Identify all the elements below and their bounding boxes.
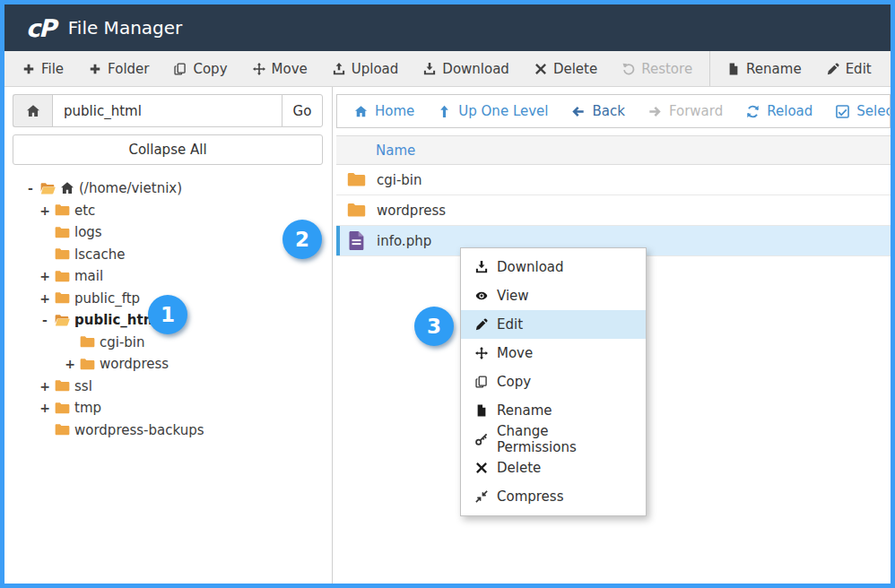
folder-icon [347, 201, 366, 220]
tree-item-label: lscache [74, 246, 125, 263]
toolbar-button-rename[interactable]: Rename [715, 51, 814, 86]
nav-button-label: Home [375, 103, 414, 119]
tree-item-label: wordpress-backups [74, 422, 204, 438]
context-menu-item-move[interactable]: Move [461, 339, 646, 368]
tree-expander[interactable]: + [39, 203, 50, 218]
toolbar: File Folder Copy Move Upload Download De… [4, 51, 891, 87]
tree-item-mail[interactable]: + mail [13, 265, 323, 288]
go-button[interactable]: Go [282, 94, 323, 127]
folder-icon [55, 203, 70, 218]
toolbar-button-delete[interactable]: Delete [522, 51, 610, 86]
plus-icon [89, 63, 101, 75]
pencil-icon [475, 318, 488, 331]
folder-open-icon [40, 181, 56, 196]
context-menu-item-label: Change Permissions [497, 423, 631, 455]
toolbar-button-restore[interactable]: Restore [610, 51, 705, 86]
tree-item-label: mail [74, 268, 103, 284]
download-icon [423, 63, 436, 75]
context-menu-item-view[interactable]: View [461, 281, 646, 310]
toolbar-button-label: Copy [193, 61, 227, 77]
folder-icon [55, 269, 70, 284]
toolbar-button-edit[interactable]: Edit [814, 51, 884, 86]
context-menu-item-copy[interactable]: Copy [461, 368, 646, 396]
file-rows: cgi-bin wordpress info.php [336, 165, 891, 256]
nav-button-reload[interactable]: Reload [734, 103, 824, 119]
context-menu-item-label: View [497, 288, 529, 304]
context-menu-item-edit[interactable]: Edit [461, 310, 646, 339]
toolbar-button-ht[interactable]: HT [884, 51, 891, 86]
file-row-cgi-bin[interactable]: cgi-bin [336, 165, 891, 195]
nav-button-home[interactable]: Home [343, 103, 426, 119]
collapse-all-button[interactable]: Collapse All [13, 134, 323, 165]
x-icon [475, 462, 488, 474]
toolbar-button-move[interactable]: Move [240, 51, 320, 86]
toolbar-button-copy[interactable]: Copy [161, 51, 239, 86]
home-icon[interactable] [13, 94, 52, 127]
x-icon [534, 63, 547, 75]
folder-icon [55, 378, 70, 393]
step-badge-2: 2 [282, 220, 322, 259]
upload-icon [333, 63, 345, 75]
home-icon [60, 181, 74, 195]
toolbar-button-label: File [41, 61, 64, 77]
path-input[interactable] [52, 94, 282, 127]
tree-expander[interactable]: + [39, 379, 50, 393]
folder-icon [347, 170, 366, 189]
tree-item-label: (/home/vietnix) [79, 180, 182, 196]
tree-item-wordpress[interactable]: + wordpress [13, 353, 323, 376]
toolbar-button-file[interactable]: File [10, 51, 76, 86]
nav-button-forward[interactable]: Forward [637, 103, 734, 119]
context-menu-item-compress[interactable]: Compress [461, 482, 646, 511]
pencil-icon [827, 63, 839, 75]
toolbar-button-upload[interactable]: Upload [320, 51, 412, 86]
toolbar-button-label: Restore [641, 61, 692, 77]
nav-button-label: Select All [856, 103, 891, 119]
folder-icon [55, 225, 70, 240]
file-row-wordpress[interactable]: wordpress [336, 195, 891, 226]
tree-item-logs[interactable]: logs [13, 221, 323, 244]
nav-button-up-one-level[interactable]: Up One Level [426, 103, 560, 119]
tree-expander[interactable]: + [39, 291, 50, 306]
nav-button-back[interactable]: Back [560, 103, 636, 119]
toolbar-button-label: Edit [846, 61, 872, 77]
toolbar-button-label: Download [442, 61, 509, 77]
context-menu-item-label: Download [497, 259, 564, 275]
tree-expander[interactable]: + [39, 269, 50, 283]
tree-expander[interactable]: + [39, 401, 50, 415]
name-column-header[interactable]: Name [376, 143, 415, 159]
move-icon [475, 347, 488, 359]
file-list-header[interactable]: Name [336, 135, 891, 165]
tree-item-cgi-bin[interactable]: cgi-bin [13, 332, 323, 354]
context-menu-item-delete[interactable]: Delete [461, 454, 646, 482]
context-menu-item-download[interactable]: Download [461, 253, 646, 281]
tree-expander[interactable]: - [25, 181, 36, 195]
folder-icon [55, 401, 70, 416]
toolbar-button-label: Folder [108, 61, 149, 77]
tree-item-etc[interactable]: + etc [13, 200, 323, 222]
nav-button-select-all[interactable]: Select All [824, 103, 891, 119]
toolbar-button-folder[interactable]: Folder [76, 51, 161, 86]
tree-expander[interactable]: - [39, 313, 50, 327]
tree-item-tmp[interactable]: + tmp [13, 397, 323, 419]
cpanel-logo: cP [26, 14, 55, 42]
file-name: info.php [377, 233, 431, 249]
tree-item-lscache[interactable]: lscache [13, 244, 323, 266]
toolbar-button-download[interactable]: Download [411, 51, 522, 86]
plus-icon [22, 63, 35, 75]
context-menu-item-change-permissions[interactable]: Change Permissions [461, 425, 646, 454]
tree-item-ssl[interactable]: + ssl [13, 376, 323, 398]
arrow-left-icon [571, 105, 585, 118]
context-menu: Download View Edit Move Copy Rename Chan… [460, 247, 647, 516]
tree-item-home-vietnix[interactable]: - (/home/vietnix) [13, 177, 323, 200]
tree-expander[interactable]: + [65, 357, 75, 371]
tree-item-label: tmp [74, 400, 101, 416]
context-menu-item-rename[interactable]: Rename [461, 396, 646, 425]
toolbar-button-label: Move [272, 61, 308, 77]
tree-item-wordpress-backups[interactable]: wordpress-backups [13, 419, 323, 442]
step-badge-1: 1 [148, 295, 187, 334]
file-icon [727, 63, 740, 75]
arrow-right-icon [648, 105, 662, 118]
nav-button-label: Reload [767, 103, 812, 119]
toolbar-button-label: Upload [352, 61, 399, 77]
header-bar: cP File Manager [4, 4, 891, 51]
